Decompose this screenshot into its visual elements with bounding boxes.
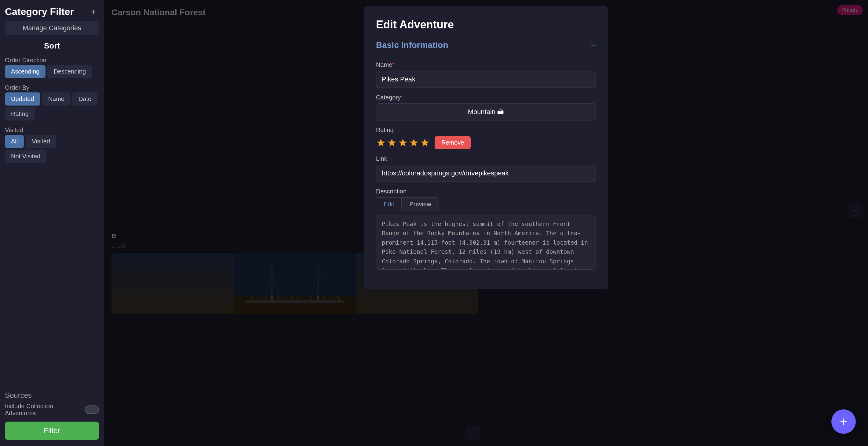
star-1[interactable]: ★: [376, 136, 386, 149]
include-collection-toggle[interactable]: [85, 405, 99, 414]
visited-group: Visited All Visited Not Visited: [5, 124, 99, 163]
name-field-group: Name*: [376, 61, 596, 88]
order-by-options: Updated Name Date Rating: [5, 93, 99, 121]
visited-visited-button[interactable]: Visited: [26, 135, 56, 148]
add-category-button[interactable]: +: [88, 6, 99, 18]
name-input[interactable]: [376, 71, 596, 88]
order-direction-label: Order Direction: [5, 57, 99, 64]
order-by-name-button[interactable]: Name: [42, 93, 70, 106]
visited-options: All Visited Not Visited: [5, 135, 99, 163]
description-tabs: Edit Preview: [376, 197, 596, 211]
star-4[interactable]: ★: [409, 136, 419, 149]
description-field-group: Description Edit Preview Pikes Peak is t…: [376, 188, 596, 271]
basic-info-label: Basic Information: [376, 40, 448, 50]
star-5[interactable]: ★: [420, 136, 430, 149]
order-by-group: Order By Updated Name Date Rating: [5, 82, 99, 121]
basic-info-header: Basic Information −: [376, 40, 596, 54]
visited-all-button[interactable]: All: [5, 135, 24, 148]
description-textarea[interactable]: Pikes Peak is the highest summit of the …: [376, 215, 596, 270]
description-field-label: Description: [376, 188, 596, 195]
order-by-date-button[interactable]: Date: [72, 93, 97, 106]
sidebar: Category Filter + Manage Categories Sort…: [0, 0, 104, 446]
rating-field-label: Rating: [376, 127, 596, 134]
include-collection-label: Include Collection Adventures: [5, 403, 85, 417]
sort-section-title: Sort: [5, 41, 99, 50]
order-by-rating-button[interactable]: Rating: [5, 107, 35, 121]
sources-title: Sources: [5, 391, 99, 400]
star-2[interactable]: ★: [387, 136, 397, 149]
order-by-updated-button[interactable]: Updated: [5, 93, 40, 106]
tab-preview-button[interactable]: Preview: [402, 197, 439, 211]
star-3[interactable]: ★: [398, 136, 408, 149]
star-rating[interactable]: ★ ★ ★ ★ ★: [376, 136, 430, 149]
include-collection-row: Include Collection Adventures: [5, 403, 99, 417]
link-input[interactable]: [376, 165, 596, 182]
link-field-label: Link: [376, 155, 596, 162]
sidebar-title-text: Category Filter: [5, 6, 74, 18]
rating-row: ★ ★ ★ ★ ★ Remove: [376, 136, 596, 149]
order-descending-button[interactable]: Descending: [47, 65, 92, 78]
visited-not-visited-button[interactable]: Not Visited: [5, 150, 46, 163]
manage-categories-button[interactable]: Manage Categories: [5, 21, 99, 35]
name-field-label: Name*: [376, 61, 596, 68]
sidebar-header: Category Filter +: [5, 6, 99, 18]
order-direction-options: Ascending Descending: [5, 65, 99, 78]
sources-section: Sources Include Collection Adventures Fi…: [5, 391, 99, 440]
order-by-label: Order By: [5, 84, 99, 91]
category-display[interactable]: Mountain 🏔: [376, 103, 596, 121]
category-field-label: Category*: [376, 94, 596, 101]
category-field-group: Category* Mountain 🏔: [376, 94, 596, 121]
modal-title: Edit Adventure: [376, 18, 596, 31]
main-content: Carson National Forest Baldy Mountain co…: [104, 0, 868, 446]
order-direction-group: Order Direction Ascending Descending: [5, 54, 99, 78]
remove-rating-button[interactable]: Remove: [435, 136, 471, 149]
order-ascending-button[interactable]: Ascending: [5, 65, 45, 78]
link-field-group: Link: [376, 155, 596, 182]
modal-overlay: Edit Adventure Basic Information − Name*…: [104, 0, 868, 446]
rating-field-group: Rating ★ ★ ★ ★ ★ Remove: [376, 127, 596, 149]
tab-edit-button[interactable]: Edit: [376, 197, 402, 211]
visited-label: Visited: [5, 127, 99, 134]
fab-add-button[interactable]: +: [831, 409, 856, 434]
filter-button[interactable]: Filter: [5, 421, 99, 440]
edit-adventure-modal: Edit Adventure Basic Information − Name*…: [364, 6, 608, 289]
collapse-section-button[interactable]: −: [591, 40, 596, 50]
